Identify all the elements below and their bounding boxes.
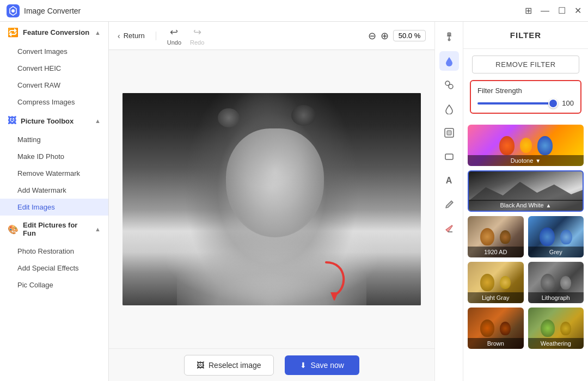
svg-point-8 — [449, 84, 453, 89]
zoom-controls: ⊖ ⊕ 50.0 % — [368, 30, 426, 42]
sidebar-section-picture-toolbox[interactable]: 🖼 Picture Toolbox ▲ — [0, 110, 108, 131]
toolbar: ‹ Return ↩ Undo ↪ Redo ⊖ ⊕ 50.0 % — [109, 22, 434, 50]
minimize-button[interactable]: — — [541, 6, 549, 16]
1920ad-label: 1920 AD — [468, 247, 524, 257]
filter-strength-value: 100 — [559, 99, 574, 107]
sidebar-item-make-id[interactable]: Make ID Photo — [0, 148, 108, 165]
filter-grey[interactable]: Grey — [528, 216, 584, 257]
circles-icon — [444, 79, 455, 90]
sidebar-item-remove-watermark[interactable]: Remove Watermark — [0, 165, 108, 182]
filter-duotone[interactable]: Duotone ▼ — [468, 125, 584, 166]
zoom-in-button[interactable]: ⊕ — [381, 30, 389, 42]
grey-label: Grey — [528, 247, 584, 257]
chevron-up-icon-2: ▲ — [95, 118, 101, 124]
tool-rect-outer[interactable] — [439, 123, 459, 143]
balloon-brown-2 — [500, 322, 511, 335]
remove-filter-button[interactable]: REMOVE FILTER — [472, 56, 579, 73]
sidebar-item-compress-images[interactable]: Compress Images — [0, 94, 108, 110]
sidebar-item-photo-restoration[interactable]: Photo Restoration — [0, 243, 108, 260]
return-button[interactable]: ‹ Return — [118, 32, 156, 40]
tool-eraser[interactable] — [439, 219, 459, 238]
balloon-lg-1 — [480, 274, 494, 291]
balloon-grey-1 — [540, 228, 555, 246]
svg-point-6 — [448, 39, 450, 41]
close-button[interactable]: ✕ — [574, 5, 581, 16]
titlebar-controls: ⊞ — ☐ ✕ — [525, 5, 581, 16]
tool-color-drop[interactable] — [439, 51, 459, 71]
bw-portrait — [122, 93, 421, 305]
content-area: ‹ Return ↩ Undo ↪ Redo ⊖ ⊕ 50.0 % — [109, 22, 434, 381]
balloon-weather-1 — [541, 319, 555, 337]
sidebar-item-convert-raw[interactable]: Convert RAW — [0, 77, 108, 94]
zoom-value: 50.0 % — [393, 30, 426, 41]
duotone-expand-icon: ▼ — [535, 158, 541, 164]
tool-rect[interactable] — [439, 147, 459, 167]
eraser-icon — [444, 223, 455, 234]
tool-drop-outline[interactable] — [439, 99, 459, 119]
filter-bw[interactable]: Black And White ▲ — [468, 170, 584, 212]
tool-pin[interactable] — [439, 27, 459, 47]
sidebar-section-feature-conversion[interactable]: 🔁 Feature Conversion ▲ — [0, 22, 108, 43]
strength-slider-track[interactable] — [477, 102, 553, 105]
save-now-button[interactable]: ⬇ Save now — [285, 355, 359, 375]
balloon-grey-2 — [560, 230, 572, 244]
sidebar-section-edit-pictures[interactable]: 🎨 Edit Pictures for Fun ▲ — [0, 216, 108, 243]
balloon-sepia-1 — [480, 228, 494, 245]
sidebar-item-pic-collage[interactable]: Pic Collage — [0, 276, 108, 293]
balloon-1 — [499, 136, 514, 155]
sidebar-item-edit-images[interactable]: Edit Images — [0, 199, 108, 216]
redo-button[interactable]: ↪ Redo — [190, 26, 204, 46]
zoom-out-button[interactable]: ⊖ — [368, 30, 376, 42]
balloon-weather-2 — [560, 322, 571, 335]
tool-circles[interactable] — [439, 75, 459, 95]
filter-row-1920-grey: 1920 AD Grey — [468, 216, 584, 257]
rect-outer-icon — [444, 127, 455, 138]
sidebar-item-matting[interactable]: Matting — [0, 131, 108, 148]
back-arrow-icon: ‹ — [118, 32, 120, 40]
drop-outline-icon — [444, 103, 455, 114]
edit-pictures-icon: 🎨 — [8, 224, 19, 235]
filter-1920ad[interactable]: 1920 AD — [468, 216, 524, 257]
sidebar-item-add-effects[interactable]: Add Special Effects — [0, 260, 108, 276]
strength-slider-thumb[interactable] — [548, 99, 558, 108]
save-icon: ⬇ — [300, 361, 307, 370]
hair-detail-2 — [291, 105, 316, 126]
tool-panel: A — [434, 22, 463, 381]
lightgray-label: Light Gray — [468, 292, 524, 303]
rect-icon — [444, 151, 455, 162]
filter-strength-row: 100 — [477, 99, 574, 107]
undo-button[interactable]: ↩ Undo — [167, 26, 181, 46]
dress-detail — [177, 207, 366, 305]
color-drop-icon — [444, 56, 455, 66]
balloon-2 — [520, 138, 532, 153]
canvas-wrapper — [109, 50, 434, 348]
app-title: Image Converter — [24, 7, 81, 15]
filter-grid: Duotone ▼ Black And White ▲ — [463, 120, 588, 381]
sidebar-item-add-watermark[interactable]: Add Watermark — [0, 182, 108, 199]
balloon-lg-2 — [500, 276, 511, 289]
redo-label: Redo — [190, 39, 204, 46]
balloon-litho-1 — [541, 274, 555, 291]
text-tool-label: A — [446, 176, 452, 186]
filter-brown[interactable]: Brown — [468, 308, 524, 349]
balloon-litho-2 — [560, 276, 571, 290]
filter-weathering[interactable]: Weathering — [528, 308, 584, 349]
restore-button[interactable]: ☐ — [558, 5, 566, 16]
lithograph-label: Lithograph — [528, 292, 584, 303]
filter-lightgray[interactable]: Light Gray — [468, 262, 524, 303]
mountain-svg — [469, 179, 583, 201]
sidebar: 🔁 Feature Conversion ▲ Convert Images Co… — [0, 22, 109, 381]
undo-label: Undo — [167, 39, 181, 46]
tool-brush[interactable] — [439, 195, 459, 214]
app-logo — [7, 4, 20, 17]
filter-row-brown-weather: Brown Weathering — [468, 308, 584, 349]
sidebar-item-convert-images[interactable]: Convert Images — [0, 43, 108, 60]
grid-button[interactable]: ⊞ — [525, 5, 532, 16]
filter-lithograph[interactable]: Lithograph — [528, 262, 584, 303]
filter-strength-label: Filter Strength — [477, 87, 574, 95]
redo-icon: ↪ — [193, 26, 201, 38]
tool-text[interactable]: A — [439, 171, 459, 190]
sidebar-item-convert-heic[interactable]: Convert HEIC — [0, 60, 108, 77]
reselect-image-button[interactable]: 🖼 Reselect image — [184, 355, 274, 376]
filter-strength-container: Filter Strength 100 — [470, 80, 581, 114]
